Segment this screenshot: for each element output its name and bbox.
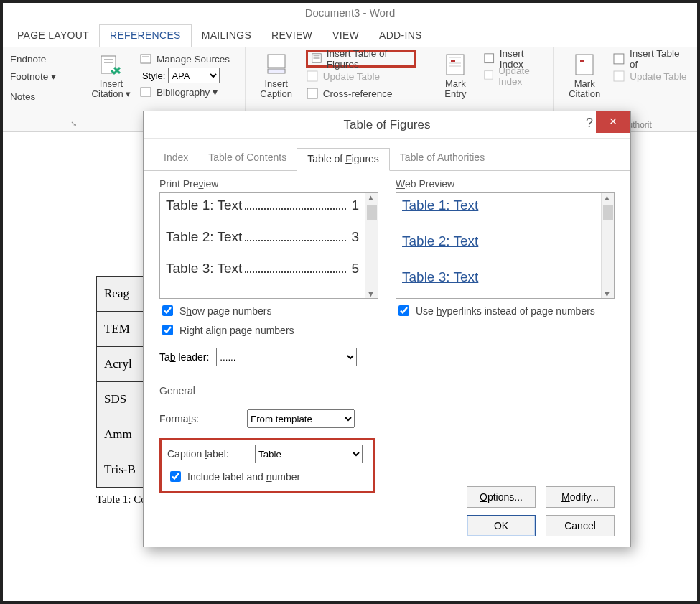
update-index-button[interactable]: Update Index (483, 68, 546, 85)
update-toa-button[interactable]: Update Table (612, 68, 690, 85)
insert-caption-button[interactable]: Insert Caption (253, 50, 300, 102)
svg-rect-20 (614, 54, 624, 64)
ok-button[interactable]: OK (467, 515, 536, 536)
bibliography-label: Bibliography ▾ (157, 86, 218, 98)
show-page-numbers-input[interactable] (162, 305, 173, 316)
dialog-tabs: Index Table of Contents Table of Figures… (144, 139, 630, 171)
preview-row: Table 3: Text5 (166, 261, 359, 277)
tab-leader-row: Tab leader: ...... (159, 348, 378, 366)
svg-rect-12 (307, 71, 317, 81)
svg-rect-17 (485, 71, 493, 80)
right-align-checkbox[interactable]: Right align page numbers (159, 322, 378, 338)
caption-label-label: Caption label: (167, 448, 245, 460)
web-preview-label: Web Preview (396, 178, 615, 190)
web-preview-scrollbar[interactable] (601, 193, 614, 298)
dialog-tab-index[interactable]: Index (154, 147, 198, 170)
options-button[interactable]: Options... (467, 486, 536, 508)
tab-review[interactable]: REVIEW (261, 25, 322, 47)
ribbon-tabs: PAGE LAYOUT REFERENCES MAILINGS REVIEW V… (3, 23, 697, 47)
include-label-checkbox[interactable]: Include label and number (167, 469, 367, 484)
bibliography-button[interactable]: Bibliography ▾ (139, 83, 238, 101)
update-icon (306, 70, 319, 83)
preview-row: Table 1: Text1 (166, 198, 359, 213)
insert-citation-label: Insert Citation ▾ (92, 79, 131, 99)
mark-entry-button[interactable]: Mark Entry (431, 50, 479, 99)
cross-reference-button[interactable]: Cross-reference (306, 85, 417, 102)
dialog-title: Table of Figures (344, 118, 431, 132)
cross-reference-label: Cross-reference (323, 88, 393, 99)
insert-toa-button[interactable]: Insert Table of (612, 50, 690, 68)
dialog-tab-toa[interactable]: Table of Authorities (390, 147, 495, 170)
manage-sources-label: Manage Sources (157, 54, 230, 65)
svg-rect-18 (576, 55, 593, 75)
mark-entry-icon (442, 52, 468, 78)
svg-rect-16 (485, 54, 494, 63)
insert-endnote-button[interactable]: Endnote (10, 50, 73, 68)
citation-icon (98, 52, 124, 78)
dialog-launcher-icon[interactable]: ↘ (70, 119, 77, 129)
print-preview-box: Table 1: Text1 Table 2: Text3 Table 3: T… (159, 192, 378, 299)
tab-add-ins[interactable]: ADD-INS (369, 25, 432, 47)
mark-citation-button[interactable]: Mark Citation (561, 50, 608, 99)
citation-style-select[interactable]: APA (168, 68, 220, 83)
mark-citation-icon (571, 52, 597, 78)
tab-page-layout[interactable]: PAGE LAYOUT (7, 25, 99, 47)
dialog-tab-tof[interactable]: Table of Figures (297, 148, 390, 171)
caption-label-block: Caption label: Table Include label and n… (159, 438, 375, 493)
tab-view[interactable]: VIEW (322, 25, 369, 47)
print-preview-label: Print Preview (159, 178, 378, 190)
svg-rect-13 (307, 88, 317, 98)
formats-row: Formats: From template (159, 409, 615, 428)
svg-rect-11 (313, 57, 319, 59)
preview-row: Table 2: Text3 (166, 229, 359, 245)
svg-rect-1 (104, 59, 113, 60)
window-title: Document3 - Word (3, 3, 697, 23)
dialog-primary-buttons: OK Cancel (467, 515, 615, 536)
close-button[interactable]: × (596, 111, 630, 133)
update-table-button[interactable]: Update Table (306, 68, 417, 85)
formats-select[interactable]: From template (247, 409, 355, 428)
tab-leader-select[interactable]: ...... (216, 348, 357, 366)
mark-citation-label: Mark Citation (569, 79, 600, 99)
tab-references[interactable]: REFERENCES (99, 24, 192, 47)
web-preview-link: Table 2: Text (402, 233, 595, 249)
general-section: General Formats: From template Caption l… (159, 385, 615, 493)
svg-rect-8 (268, 69, 285, 73)
update-index-icon (483, 70, 494, 83)
show-notes-button[interactable]: Notes (10, 88, 73, 105)
use-hyperlinks-checkbox[interactable]: Use hyperlinks instead of page numbers (396, 303, 615, 318)
update-table-label: Update Table (323, 71, 380, 82)
modify-button[interactable]: Modify... (546, 486, 615, 508)
toa-icon (612, 52, 625, 65)
cancel-button[interactable]: Cancel (546, 515, 615, 536)
svg-rect-21 (614, 71, 624, 81)
insert-table-of-figures-button[interactable]: Insert Table of Figures (306, 50, 417, 68)
preview-scrollbar[interactable] (365, 193, 378, 298)
caption-label-select[interactable]: Table (255, 445, 363, 463)
insert-caption-label: Insert Caption (260, 79, 292, 99)
next-footnote-button[interactable]: Footnote ▾ (10, 68, 73, 85)
svg-rect-7 (268, 55, 285, 68)
web-preview-box: Table 1: Text Table 2: Text Table 3: Tex… (396, 192, 615, 299)
caption-icon (263, 52, 289, 78)
dialog-secondary-buttons: Options... Modify... (467, 486, 615, 508)
help-button[interactable]: ? (586, 116, 593, 131)
dialog-titlebar[interactable]: Table of Figures ? × (144, 111, 630, 139)
right-align-input[interactable] (162, 325, 173, 335)
show-page-numbers-checkbox[interactable]: Show page numbers (159, 303, 378, 318)
use-hyperlinks-input[interactable] (398, 305, 409, 316)
svg-rect-4 (142, 56, 149, 57)
svg-rect-6 (141, 88, 151, 96)
insert-citation-button[interactable]: Insert Citation ▾ (88, 50, 135, 101)
include-label-input[interactable] (170, 471, 181, 482)
mark-entry-label: Mark Entry (444, 79, 466, 99)
print-preview-column: Print Preview Table 1: Text1 Table 2: Te… (159, 178, 378, 366)
tab-mailings[interactable]: MAILINGS (192, 25, 261, 47)
manage-sources-button[interactable]: Manage Sources (139, 50, 238, 68)
crossref-icon (306, 87, 319, 100)
style-label: Style: (142, 70, 166, 81)
general-legend: General (159, 385, 200, 396)
svg-rect-3 (141, 55, 151, 63)
dialog-tab-toc[interactable]: Table of Contents (198, 147, 297, 170)
tof-icon (311, 52, 322, 65)
